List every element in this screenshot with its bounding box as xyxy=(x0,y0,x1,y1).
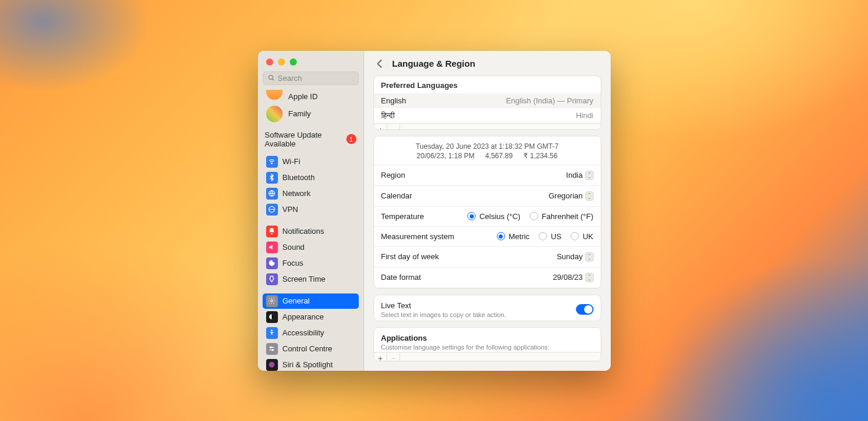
format-preview: Tuesday, 20 June 2023 at 1:18:32 PM GMT-… xyxy=(374,136,601,165)
sidebar-software-update[interactable]: Software Update Available 1 xyxy=(263,125,359,154)
applications-panel: Applications Customise language settings… xyxy=(374,327,601,361)
date-format-popup[interactable]: 29/08/23 ⌃⌄ xyxy=(553,273,594,282)
sidebar-item-wi-fi[interactable]: Wi-Fi xyxy=(263,154,359,169)
measurement-us-radio[interactable]: US xyxy=(539,232,561,241)
sidebar-item-bluetooth[interactable]: Bluetooth xyxy=(263,170,359,185)
back-button[interactable] xyxy=(374,58,385,70)
sidebar-item-siri-spotlight[interactable]: Siri & Spotlight xyxy=(263,357,359,371)
search-input[interactable] xyxy=(278,74,353,83)
language-name: हिन्दी xyxy=(381,111,395,120)
sidebar-item-notifications[interactable]: Notifications xyxy=(263,224,359,239)
svg-point-9 xyxy=(270,347,271,348)
sidebar-group-general: GeneralAppearanceAccessibilityControl Ce… xyxy=(263,288,359,371)
sidebar-item-label: Notifications xyxy=(283,227,325,236)
remove-language-button[interactable]: － xyxy=(387,124,400,130)
sidebar-item-label: Focus xyxy=(283,259,303,267)
sidebar-scroll[interactable]: Apple ID Family Software Update Availabl… xyxy=(258,90,363,371)
acc-icon xyxy=(266,327,278,339)
language-detail: Hindi xyxy=(576,111,594,120)
focus-icon xyxy=(266,257,278,269)
sidebar-item-label: Wi-Fi xyxy=(283,157,300,166)
temperature-celsius-radio[interactable]: Celsius (°C) xyxy=(467,212,520,221)
preferred-languages-header: Preferred Languages xyxy=(374,76,601,93)
region-popup[interactable]: India ⌃⌄ xyxy=(566,171,593,180)
language-row[interactable]: हिन्दीHindi xyxy=(374,108,601,123)
family-icon xyxy=(266,106,283,122)
language-add-remove: ＋ － xyxy=(374,123,601,130)
preview-long-date: Tuesday, 20 June 2023 at 1:18:32 PM GMT-… xyxy=(381,142,594,151)
appear-icon xyxy=(266,311,278,323)
main-content[interactable]: Preferred Languages EnglishEnglish (Indi… xyxy=(364,76,611,371)
bt-icon xyxy=(266,172,278,184)
language-row[interactable]: EnglishEnglish (India) — Primary xyxy=(374,93,601,108)
sidebar-group-notifications: NotificationsSoundFocusScreen Time xyxy=(263,218,359,287)
sidebar-item-label: Control Centre xyxy=(283,344,333,353)
live-text-subtitle: Select text in images to copy or take ac… xyxy=(381,311,506,318)
sidebar: Apple ID Family Software Update Availabl… xyxy=(258,51,364,371)
chevron-left-icon xyxy=(376,60,382,68)
sound-icon xyxy=(266,241,278,253)
language-detail: English (India) — Primary xyxy=(506,96,593,105)
first-day-value: Sunday xyxy=(556,252,582,261)
sidebar-item-vpn[interactable]: VPN xyxy=(263,202,359,217)
calendar-value: Gregorian xyxy=(549,191,583,200)
search-icon xyxy=(268,74,275,81)
first-day-row: First day of week Sunday ⌃⌄ xyxy=(374,246,601,267)
sidebar-item-sound[interactable]: Sound xyxy=(263,240,359,255)
page-title: Language & Region xyxy=(392,58,476,68)
measurement-metric-radio[interactable]: Metric xyxy=(497,232,529,241)
minimize-button[interactable] xyxy=(278,58,285,66)
add-application-button[interactable]: ＋ xyxy=(374,353,387,361)
st-icon xyxy=(266,273,278,285)
region-value: India xyxy=(566,171,582,180)
sidebar-item-label: Apple ID xyxy=(289,92,318,101)
add-language-button[interactable]: ＋ xyxy=(374,124,387,130)
search-field[interactable] xyxy=(263,71,359,85)
applications-subtitle: Customise language settings for the foll… xyxy=(381,344,594,351)
sidebar-apple-id[interactable]: Apple ID xyxy=(263,90,359,103)
sidebar-item-appearance[interactable]: Appearance xyxy=(263,309,359,325)
region-row: Region India ⌃⌄ xyxy=(374,165,601,185)
sidebar-item-label: Network xyxy=(283,189,311,198)
temperature-radio-group: Celsius (°C) Fahrenheit (°F) xyxy=(467,212,593,221)
sidebar-item-focus[interactable]: Focus xyxy=(263,256,359,271)
fullscreen-button[interactable] xyxy=(290,58,297,66)
sidebar-item-label: Screen Time xyxy=(283,275,326,283)
sidebar-item-general[interactable]: General xyxy=(263,293,359,309)
sidebar-item-label: Sound xyxy=(283,243,305,252)
system-settings-window: Apple ID Family Software Update Availabl… xyxy=(258,51,611,371)
sidebar-item-accessibility[interactable]: Accessibility xyxy=(263,325,359,341)
applications-title: Applications xyxy=(381,334,594,342)
sidebar-item-label: VPN xyxy=(283,205,299,214)
applications-add-remove: ＋ － xyxy=(374,352,601,361)
measurement-uk-radio[interactable]: UK xyxy=(571,232,593,241)
date-format-value: 29/08/23 xyxy=(553,273,583,282)
region-label: Region xyxy=(381,171,405,180)
live-text-panel: Live Text Select text in images to copy … xyxy=(374,295,601,321)
live-text-title: Live Text xyxy=(381,301,506,310)
sidebar-item-network[interactable]: Network xyxy=(263,186,359,201)
svg-point-0 xyxy=(268,76,273,80)
close-button[interactable] xyxy=(266,58,273,66)
sidebar-item-label: General xyxy=(283,296,310,305)
sidebar-family[interactable]: Family xyxy=(263,103,359,125)
sidebar-item-screen-time[interactable]: Screen Time xyxy=(263,272,359,287)
avatar xyxy=(266,90,283,100)
preview-currency: ₹ 1,234.56 xyxy=(523,152,558,160)
updown-icon: ⌃⌄ xyxy=(585,252,594,262)
language-name: English xyxy=(381,96,407,105)
svg-point-7 xyxy=(271,329,273,331)
updown-icon: ⌃⌄ xyxy=(585,273,594,282)
bell-icon xyxy=(266,226,278,237)
remove-application-button[interactable]: － xyxy=(387,353,400,361)
first-day-popup[interactable]: Sunday ⌃⌄ xyxy=(556,252,593,262)
live-text-toggle[interactable] xyxy=(576,304,594,315)
temperature-fahrenheit-radio[interactable]: Fahrenheit (°F) xyxy=(530,212,594,221)
svg-point-5 xyxy=(271,300,273,302)
net-icon xyxy=(266,188,278,200)
calendar-popup[interactable]: Gregorian ⌃⌄ xyxy=(549,191,594,201)
updown-icon: ⌃⌄ xyxy=(585,191,594,201)
sidebar-item-control-centre[interactable]: Control Centre xyxy=(263,341,359,357)
calendar-label: Calendar xyxy=(381,191,412,200)
sidebar-item-label: Family xyxy=(289,109,311,118)
